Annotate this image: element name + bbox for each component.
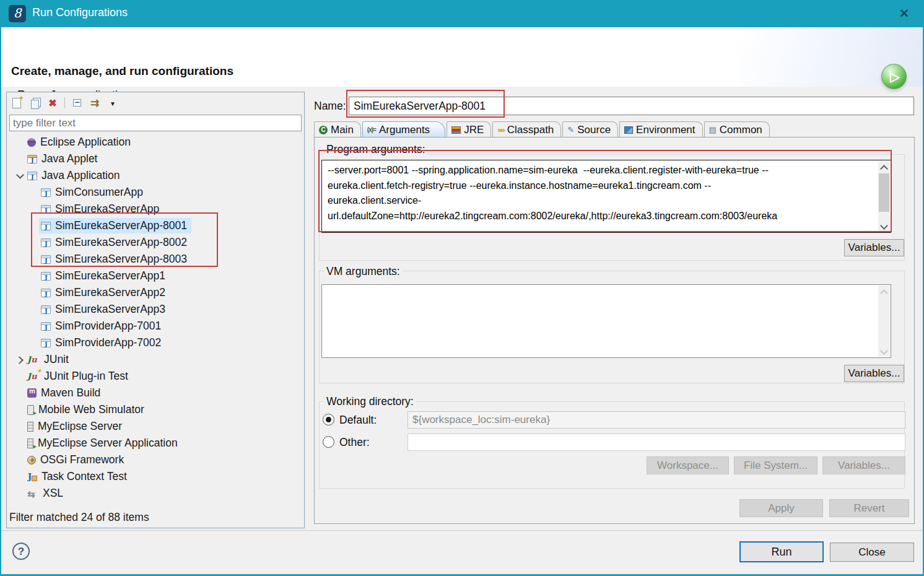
tree-item-java-applet[interactable]: Java Applet	[7, 151, 304, 167]
new-configuration-button[interactable]	[11, 97, 23, 109]
chevron-collapsed-icon[interactable]	[15, 355, 25, 365]
program-arguments-scrollbar[interactable]	[878, 161, 890, 232]
scrollbar-thumb[interactable]	[879, 173, 889, 212]
java-run-config-icon	[41, 238, 51, 247]
tree-item-xsl[interactable]: XSL	[7, 485, 304, 502]
close-icon[interactable]: ✕	[892, 4, 917, 24]
tab-arguments[interactable]: (x)=Arguments	[362, 121, 445, 137]
tree-item-maven-build[interactable]: Maven Build	[7, 385, 304, 401]
file-system-button[interactable]: File System...	[734, 456, 817, 474]
tree-item-content: SimEurekaServerApp3	[39, 302, 170, 317]
tree-item-label: MyEclipse Server	[38, 420, 122, 433]
tree-item-simeurekaserverapp-8003[interactable]: SimEurekaServerApp-8003	[7, 251, 304, 268]
tree-item-junit-plug-in-test[interactable]: JuJUnit Plug-in Test	[7, 368, 304, 385]
menu-dropdown-button[interactable]	[107, 97, 119, 109]
working-directory-variables-button[interactable]: Variables...	[822, 456, 905, 474]
tree-item-label: Mobile Web Simulator	[38, 403, 144, 416]
tree-item-simconsumerapp[interactable]: SimConsumerApp	[7, 184, 304, 201]
tree-item-simeurekaserverapp1[interactable]: SimEurekaServerApp1	[7, 268, 304, 284]
java-run-config-icon	[41, 188, 51, 197]
tree-item-content: SimEurekaServerApp	[39, 201, 163, 217]
title-bar[interactable]: 8 Run Configurations ✕	[1, 0, 923, 27]
tab-jre[interactable]: JRE	[447, 121, 491, 137]
tree-item-simeurekaserverapp2[interactable]: SimEurekaServerApp2	[7, 284, 304, 301]
tree-item-content: SimProviderApp-7001	[39, 318, 165, 334]
tab-bar: CMain(x)=ArgumentsJRE»»Classpath✎SourceE…	[314, 121, 771, 137]
tree-item-myeclipse-server-application[interactable]: MyEclipse Server Application	[7, 435, 304, 452]
tree-item-simproviderapp-7002[interactable]: SimProviderApp-7002	[7, 334, 304, 351]
scroll-down-icon[interactable]	[881, 223, 887, 229]
filter-icon	[90, 97, 99, 110]
filter-input[interactable]	[9, 115, 302, 131]
close-button[interactable]: Close	[830, 543, 914, 562]
program-arguments-textarea[interactable]: --server.port=8001 --spring.application.…	[321, 160, 891, 233]
myeclipse-server-icon	[27, 422, 33, 432]
tree-item-simeurekaserverapp3[interactable]: SimEurekaServerApp3	[7, 301, 304, 318]
collapse-all-button[interactable]	[71, 97, 83, 109]
other-radio[interactable]	[323, 436, 334, 448]
tree-item-label: Java Applet	[41, 152, 97, 165]
other-directory-input[interactable]	[408, 434, 905, 451]
tree-item-label: Task Context Test	[41, 470, 127, 483]
tree-item-label: Java Application	[41, 169, 120, 182]
chevron-expanded-icon[interactable]	[15, 171, 25, 181]
tree-item-simeurekaserverapp-8001[interactable]: SimEurekaServerApp-8001	[7, 217, 304, 234]
tree-item-task-context-test[interactable]: Task Context Test	[7, 468, 304, 485]
tree-item-simeurekaserverapp-8002[interactable]: SimEurekaServerApp-8002	[7, 234, 304, 251]
window-title: Run Configurations	[32, 6, 128, 19]
name-input[interactable]	[349, 97, 914, 115]
apply-button[interactable]: Apply	[739, 499, 823, 517]
tree-item-myeclipse-server[interactable]: MyEclipse Server	[7, 418, 304, 435]
duplicate-button[interactable]	[28, 97, 41, 109]
scroll-up-icon[interactable]	[881, 289, 887, 294]
tab-classpath[interactable]: »»Classpath	[492, 121, 561, 137]
run-banner-icon: ▷	[881, 64, 907, 89]
program-arguments-label: Program arguments:	[324, 143, 428, 156]
tab-main[interactable]: CMain	[314, 121, 361, 137]
main-tab-icon: C	[319, 126, 328, 134]
tree-item-content: SimEurekaServerApp-8002	[39, 235, 191, 250]
working-directory-label: Working directory:	[324, 395, 416, 408]
tab-label: Environment	[636, 124, 695, 136]
tree-item-simproviderapp-7001[interactable]: SimProviderApp-7001	[7, 318, 304, 334]
program-arguments-variables-button[interactable]: Variables...	[844, 239, 904, 256]
tree-item-content: JuJUnit Plug-in Test	[25, 369, 133, 384]
tree-item-content: SimEurekaServerApp-8001	[39, 218, 191, 233]
tree-item-junit[interactable]: JuJUnit	[7, 351, 304, 368]
filter-button[interactable]	[89, 97, 101, 109]
default-radio[interactable]	[323, 414, 334, 425]
tab-environment[interactable]: Environment	[619, 121, 702, 137]
tree-item-label: SimEurekaServerApp-8001	[55, 219, 187, 232]
tree-item-label: Maven Build	[41, 386, 100, 399]
delete-button[interactable]	[46, 97, 59, 109]
tree-item-mobile-web-simulator[interactable]: Mobile Web Simulator	[7, 401, 304, 418]
vm-arguments-textarea[interactable]	[321, 284, 891, 358]
tree-item-eclipse-application[interactable]: Eclipse Application	[7, 134, 304, 151]
tree-item-label: XSL	[43, 487, 63, 500]
run-button[interactable]: Run	[739, 541, 824, 562]
config-toolbar	[11, 95, 119, 110]
tab-label: Main	[331, 124, 354, 136]
help-icon[interactable]: ?	[12, 543, 30, 560]
tree-item-java-application[interactable]: Java Application	[7, 167, 304, 184]
tree-item-simeurekaserverapp[interactable]: SimEurekaServerApp	[7, 201, 304, 217]
tab-source[interactable]: ✎Source	[562, 121, 618, 137]
revert-button[interactable]: Revert	[829, 499, 909, 517]
environment-tab-icon	[624, 126, 633, 134]
tree-item-label: SimConsumerApp	[55, 186, 143, 199]
tab-label: JRE	[464, 124, 484, 136]
run-configurations-dialog: 8 Run Configurations ✕ Create, manage, a…	[0, 0, 924, 576]
tree-item-content: XSL	[25, 486, 68, 501]
tree-item-content: SimEurekaServerApp1	[39, 268, 170, 284]
vm-arguments-variables-button[interactable]: Variables...	[844, 365, 904, 382]
workspace-button[interactable]: Workspace...	[647, 456, 729, 474]
tree-item-content: Maven Build	[25, 385, 105, 401]
tree-item-osgi-framework[interactable]: OSGi Framework	[7, 452, 304, 468]
vm-arguments-scrollbar[interactable]	[878, 286, 890, 357]
scroll-down-icon[interactable]	[881, 348, 887, 354]
scroll-up-icon[interactable]	[881, 164, 887, 170]
tab-common[interactable]: ▤Common	[704, 121, 770, 137]
eclipse-application-icon	[27, 138, 36, 147]
tree-item-label: JUnit Plug-in Test	[44, 370, 128, 383]
default-directory-input[interactable]	[408, 411, 905, 429]
